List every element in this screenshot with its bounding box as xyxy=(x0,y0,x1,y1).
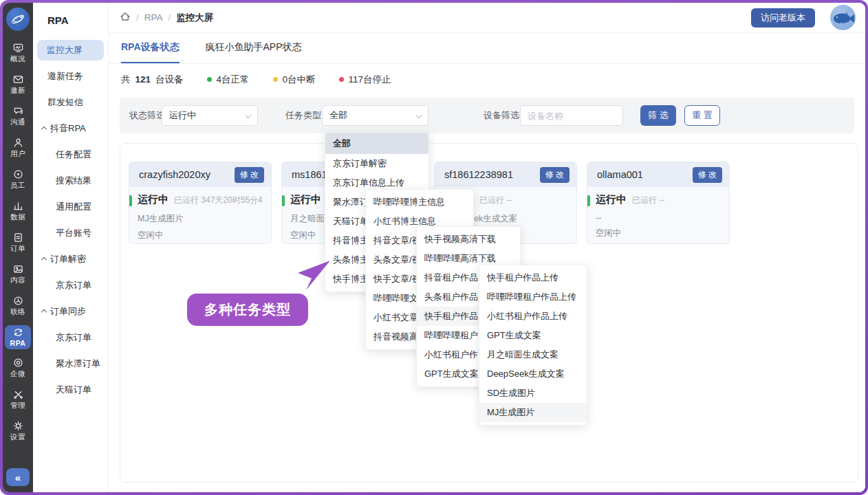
tab-app-status[interactable]: 疯狂小鱼助手APP状态 xyxy=(206,33,302,63)
device-status: 运行中 xyxy=(138,193,169,206)
settings-icon xyxy=(13,421,23,432)
device-filter-label: 设备筛选 xyxy=(484,98,519,133)
rail-item-label: 员工 xyxy=(10,181,25,190)
rail-item-data[interactable]: 数据 xyxy=(5,199,31,224)
task-type-filter-select[interactable]: 全部 xyxy=(322,105,428,126)
task-type-option[interactable]: DeepSeek生成文案 xyxy=(479,364,587,384)
sidebar-item-platform-accounts[interactable]: 平台账号 xyxy=(33,220,108,246)
chevron-up-icon xyxy=(41,309,47,315)
rail-item-contact[interactable]: 联络 xyxy=(5,294,31,319)
rail-item-label: 企微 xyxy=(10,369,25,379)
rail-item-order[interactable]: 订单 xyxy=(5,230,31,256)
wecom-icon xyxy=(13,358,23,368)
user-icon xyxy=(13,138,23,148)
sidebar-group-order-decrypt[interactable]: 订单解密 xyxy=(33,246,108,272)
rail-item-staff[interactable]: 员工 xyxy=(5,167,31,192)
stat-total-prefix: 共 xyxy=(121,74,131,86)
content-icon xyxy=(13,264,23,275)
sidebar-item-task-config[interactable]: 任务配置 xyxy=(33,142,108,168)
annotation-task-types: 多种任务类型 xyxy=(187,294,308,326)
task-type-option[interactable]: 全部 xyxy=(325,133,428,154)
sidebar-group-douyin-rpa[interactable]: 抖音RPA xyxy=(33,116,108,142)
collapse-icon: « xyxy=(15,472,21,483)
device-name: sf18612238981 xyxy=(444,169,513,180)
device-card: ollama001 修 改 运行中已运行 -- -- 空闲中 xyxy=(587,162,730,244)
sidebar-group-order-sync[interactable]: 订单同步 xyxy=(33,298,108,324)
cursor-arrow-icon xyxy=(297,258,332,292)
edit-device-button[interactable]: 修 改 xyxy=(235,167,264,183)
sidebar-item-jd-orders[interactable]: 京东订单 xyxy=(33,272,108,298)
stat-normal: 4台正常 xyxy=(207,74,250,86)
task-type-option[interactable]: 月之暗面生成文案 xyxy=(479,345,587,364)
stat-stopped-label: 117台停止 xyxy=(349,74,391,86)
device-card-body: 运行中已运行 -- -- 空闲中 xyxy=(587,187,729,239)
sidebar-item-search-results[interactable]: 搜索结果 xyxy=(33,168,108,194)
edit-device-button[interactable]: 修 改 xyxy=(540,167,569,183)
filter-bar: 状态筛选 运行中 任务类型 全部 设备筛选 筛 选 重 置 xyxy=(120,98,854,133)
device-name-input[interactable] xyxy=(520,105,623,126)
rail-item-chat[interactable]: 沟通 xyxy=(5,104,31,129)
app-frame: 概况 邀新 沟通 用户 员工 数据 订单 内容 xyxy=(0,0,868,495)
rail-item-label: RPA xyxy=(10,339,26,347)
rail-item-label: 管理 xyxy=(10,401,25,410)
collapse-sidebar-button[interactable]: « xyxy=(6,468,30,486)
chevron-up-icon xyxy=(41,257,47,263)
app-logo[interactable] xyxy=(6,8,30,31)
visit-old-version-button[interactable]: 访问老版本 xyxy=(751,8,815,28)
yellow-dot-icon xyxy=(273,77,278,82)
sidebar-title: RPA xyxy=(33,12,108,37)
rail-item-user[interactable]: 用户 xyxy=(5,135,31,161)
rail-item-rpa[interactable]: RPA xyxy=(5,325,31,349)
breadcrumb-rpa[interactable]: RPA xyxy=(144,12,163,23)
rail-item-label: 概况 xyxy=(10,54,25,64)
edit-device-button[interactable]: 修 改 xyxy=(693,167,722,183)
task-type-option[interactable]: 哔哩哔哩博主信息 xyxy=(366,192,473,212)
device-runtime: 已运行 -- xyxy=(479,195,512,206)
task-type-option[interactable]: 哔哩哔哩租户作品上传 xyxy=(479,287,587,307)
device-card: crazyfish2020xy 修 改 运行中已运行 347天20时55分44秒… xyxy=(129,162,272,244)
task-type-option[interactable]: SD生成图片 xyxy=(479,384,587,403)
status-bar-icon xyxy=(129,195,132,206)
task-type-option[interactable]: 快手租户作品上传 xyxy=(479,268,587,287)
stat-total-count: 121 xyxy=(135,74,151,85)
rail-item-overview[interactable]: 概况 xyxy=(5,41,31,66)
filter-button[interactable]: 筛 选 xyxy=(640,105,676,126)
reset-button[interactable]: 重 置 xyxy=(684,105,720,126)
sidebar-item-general-config[interactable]: 通用配置 xyxy=(33,194,108,220)
rail-item-settings[interactable]: 设置 xyxy=(5,419,31,444)
avatar[interactable] xyxy=(830,5,856,30)
sidebar-item-group-sms[interactable]: 群发短信 xyxy=(33,89,108,116)
breadcrumb: / RPA / 监控大屏 xyxy=(120,11,213,24)
device-runtime: 已运行 347天20时55分44秒 xyxy=(174,195,263,206)
home-icon[interactable] xyxy=(120,11,131,24)
task-type-option[interactable]: 快手视频高清下载 xyxy=(417,230,520,249)
chevron-up-icon xyxy=(41,126,47,132)
status-filter-select[interactable]: 运行中 xyxy=(162,105,258,126)
rail-item-label: 联络 xyxy=(10,307,25,317)
rpa-sidebar: RPA 监控大屏 邀新任务 群发短信 抖音RPA 任务配置 搜索结果 通用配置 … xyxy=(33,3,109,492)
device-task: -- xyxy=(596,213,721,223)
breadcrumb-separator: / xyxy=(136,12,139,23)
sidebar-item-jushuitan-orders[interactable]: 聚水潭订单 xyxy=(33,351,108,377)
task-type-option[interactable]: 小红书租户作品上传 xyxy=(479,307,587,326)
status-bar-icon xyxy=(587,195,590,206)
task-type-option[interactable]: GPT生成文案 xyxy=(479,326,587,345)
sidebar-item-monitor-screen[interactable]: 监控大屏 xyxy=(37,40,104,60)
topbar: / RPA / 监控大屏 访问老版本 xyxy=(109,3,865,33)
sidebar-item-jd-orders-sync[interactable]: 京东订单 xyxy=(33,324,108,351)
sidebar-item-invite-tasks[interactable]: 邀新任务 xyxy=(33,63,108,89)
task-type-option[interactable]: MJ生成图片 xyxy=(479,403,587,422)
rail-item-invite[interactable]: 邀新 xyxy=(5,72,31,98)
rail-item-manage[interactable]: 管理 xyxy=(5,387,31,412)
rail-item-content[interactable]: 内容 xyxy=(5,262,31,287)
chevron-down-icon xyxy=(416,113,422,118)
status-filter-value: 运行中 xyxy=(169,109,196,122)
tab-rpa-device-status[interactable]: RPA设备状态 xyxy=(121,33,180,63)
status-filter-label: 状态筛选 xyxy=(129,98,165,133)
device-card-header: crazyfish2020xy 修 改 xyxy=(129,162,271,187)
task-type-option[interactable]: 京东订单解密 xyxy=(325,154,428,173)
sidebar-item-tmall-orders[interactable]: 天猫订单 xyxy=(33,377,108,403)
rail-item-wecom[interactable]: 企微 xyxy=(5,355,31,381)
rpa-icon xyxy=(13,327,23,338)
device-card-body: 运行中已运行 347天20时55分44秒 MJ生成图片 空闲中 xyxy=(129,187,271,241)
